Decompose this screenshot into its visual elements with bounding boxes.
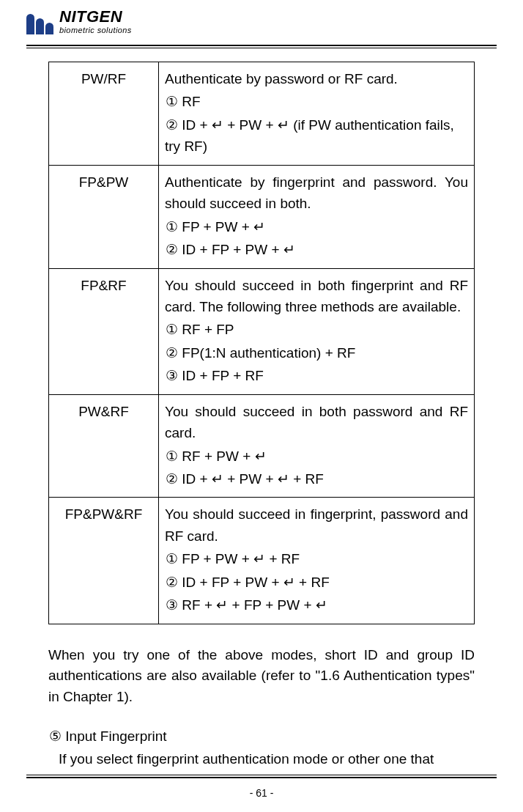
step-number-icon: ③ xyxy=(165,594,178,616)
mode-intro: Authenticate by fingerprint and password… xyxy=(165,171,468,215)
mode-intro: Authenticate by password or RF card. xyxy=(165,68,468,89)
mode-step: ① RF + PW + ↵ xyxy=(165,446,468,467)
mode-step: ② ID + FP + PW + ↵ + RF xyxy=(165,572,468,593)
step-5-title: Input Fingerprint xyxy=(65,728,166,744)
header-rule-thick xyxy=(26,45,497,46)
enter-icon: ↵ xyxy=(316,597,327,613)
enter-icon: ↵ xyxy=(212,471,223,487)
page-number: - 61 - xyxy=(0,787,523,799)
mode-name-cell: PW/RF xyxy=(49,62,159,166)
mode-name-cell: FP&RF xyxy=(49,268,159,394)
step-5-body: If you select fingerprint authentication… xyxy=(48,749,475,770)
mode-step: ① RF xyxy=(165,91,468,112)
enter-icon: ↵ xyxy=(255,449,267,464)
logo-icon xyxy=(26,14,53,34)
brand-block: NITGEN biometric solutions xyxy=(59,9,132,34)
step-5-heading: ⑤ Input Fingerprint xyxy=(48,726,475,748)
mode-desc-cell: You should succeed in fingerprint, passw… xyxy=(159,498,475,624)
mode-step: ② FP(1:N authentication) + RF xyxy=(165,342,468,363)
mode-desc-cell: You should succeed in both password and … xyxy=(159,394,475,498)
header: NITGEN biometric solutions xyxy=(26,9,497,40)
auth-modes-table: PW/RFAuthenticate by password or RF card… xyxy=(48,62,475,624)
step-number-icon: ① xyxy=(165,548,178,569)
step-number-icon: ① xyxy=(165,446,178,467)
enter-icon: ↵ xyxy=(253,219,265,235)
step-number-icon: ② xyxy=(165,342,178,363)
mode-desc-cell: Authenticate by fingerprint and password… xyxy=(159,165,475,268)
mode-desc-cell: You should succeed in both fingerprint a… xyxy=(159,268,475,394)
mode-intro: You should succeed in fingerprint, passw… xyxy=(165,503,468,547)
enter-icon: ↵ xyxy=(283,242,295,257)
enter-icon: ↵ xyxy=(283,575,295,590)
mode-intro: You should succeed in both password and … xyxy=(165,401,468,444)
brand-name: NITGEN xyxy=(59,9,132,25)
step-number-icon: ② xyxy=(165,239,178,260)
enter-icon: ↵ xyxy=(253,551,265,566)
mode-step: ② ID + ↵ + PW + ↵ + RF xyxy=(165,468,468,490)
table-row: PW/RFAuthenticate by password or RF card… xyxy=(49,62,475,166)
mode-name-cell: PW&RF xyxy=(49,394,159,498)
enter-icon: ↵ xyxy=(212,117,223,133)
step-number-icon: ① xyxy=(165,319,178,340)
mode-desc-cell: Authenticate by password or RF card.① RF… xyxy=(159,62,475,166)
table-row: FP&PWAuthenticate by fingerprint and pas… xyxy=(49,165,475,268)
paragraph-note: When you try one of the above modes, sho… xyxy=(48,645,475,708)
enter-icon: ↵ xyxy=(278,117,289,133)
mode-step: ② ID + ↵ + PW + ↵ (if PW authentication … xyxy=(165,114,468,158)
content: PW/RFAuthenticate by password or RF card… xyxy=(26,48,497,769)
mode-step: ① FP + PW + ↵ + RF xyxy=(165,548,468,569)
footer-rule-thin xyxy=(26,775,497,775)
mode-step: ③ RF + ↵ + FP + PW + ↵ xyxy=(165,594,468,616)
enter-icon: ↵ xyxy=(278,471,289,487)
enter-icon: ↵ xyxy=(216,597,228,613)
step-number-icon: ② xyxy=(165,114,178,136)
brand-tagline: biometric solutions xyxy=(59,26,132,34)
mode-step: ① RF + FP xyxy=(165,319,468,340)
step-number-icon: ① xyxy=(165,91,178,112)
step-number-icon: ① xyxy=(165,216,178,237)
step-number-icon: ② xyxy=(165,572,178,593)
table-row: FP&RFYou should succeed in both fingerpr… xyxy=(49,268,475,394)
step-number-icon: ③ xyxy=(165,365,178,386)
footer-rule-thick xyxy=(26,777,497,778)
step-5-number: ⑤ xyxy=(48,726,62,748)
mode-name-cell: FP&PW&RF xyxy=(49,498,159,624)
page: NITGEN biometric solutions PW/RFAuthenti… xyxy=(0,0,523,812)
mode-step: ① FP + PW + ↵ xyxy=(165,216,468,237)
mode-step: ③ ID + FP + RF xyxy=(165,365,468,386)
mode-intro: You should succeed in both fingerprint a… xyxy=(165,275,468,318)
mode-step: ② ID + FP + PW + ↵ xyxy=(165,239,468,260)
table-row: PW&RFYou should succeed in both password… xyxy=(49,394,475,498)
step-number-icon: ② xyxy=(165,468,178,490)
mode-name-cell: FP&PW xyxy=(49,165,159,268)
table-row: FP&PW&RFYou should succeed in fingerprin… xyxy=(49,498,475,624)
